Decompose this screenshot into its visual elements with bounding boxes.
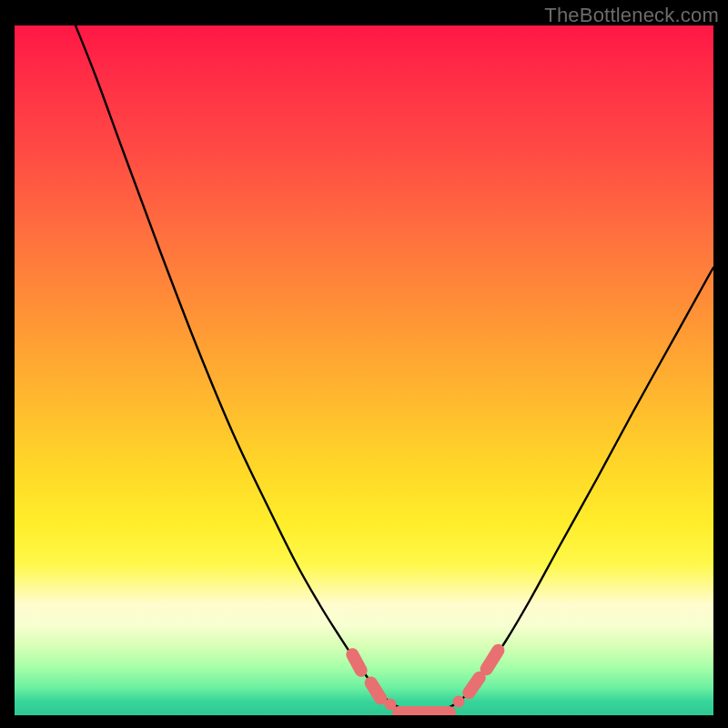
left-highlight-lower bbox=[371, 683, 381, 699]
watermark-text: TheBottleneck.com bbox=[544, 4, 719, 27]
plot-area bbox=[15, 25, 713, 715]
bottleneck-curve bbox=[15, 25, 713, 715]
markers-group bbox=[352, 651, 498, 713]
right-highlight-lower bbox=[469, 678, 479, 693]
right-highlight-upper bbox=[487, 651, 499, 669]
curve-path bbox=[76, 25, 713, 713]
right-dot bbox=[453, 696, 465, 708]
left-highlight-upper bbox=[352, 654, 360, 671]
chart-frame: TheBottleneck.com bbox=[0, 0, 728, 728]
